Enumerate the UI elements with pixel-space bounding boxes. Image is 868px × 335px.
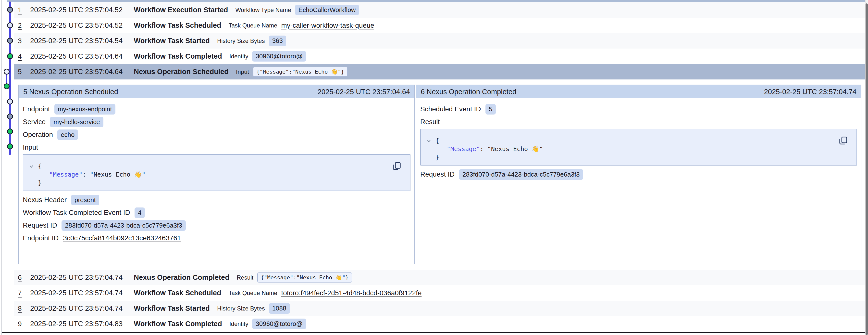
field-value-badge: 5	[486, 104, 496, 114]
field-endpoint: Endpoint my-nexus-endpoint	[23, 104, 410, 114]
detail-panel-title: 5 Nexus Operation Scheduled	[23, 88, 118, 96]
event-name: Nexus Operation Completed	[134, 274, 229, 282]
event-name: Workflow Task Started	[134, 304, 210, 312]
event-detail-label: Input	[236, 68, 249, 75]
field-value-badge: my-nexus-endpoint	[54, 104, 116, 114]
event-detail-panel-scheduled: 5 Nexus Operation Scheduled 2025-02-25 U…	[19, 85, 415, 264]
json-line: "Message": "Nexus Echo 👋"	[435, 145, 857, 153]
event-id-link[interactable]: 1	[18, 2, 22, 18]
event-timestamp: 2025-02-25 UTC 23:57:04.74	[30, 270, 123, 285]
panel-left-border	[1, 0, 2, 335]
event-row-2[interactable]: 2 2025-02-25 UTC 23:57:04.52 Workflow Ta…	[14, 18, 865, 33]
event-id-link[interactable]: 4	[18, 49, 22, 64]
event-name: Workflow Task Completed	[134, 320, 222, 328]
event-row-9[interactable]: 9 2025-02-25 UTC 23:57:04.83 Workflow Ta…	[14, 316, 865, 332]
event-id-link[interactable]: 2	[18, 18, 22, 33]
event-name: Workflow Task Scheduled	[134, 21, 221, 29]
field-label: Service	[23, 118, 45, 126]
field-value-badge: 4	[134, 207, 145, 218]
timeline-node-5	[4, 69, 9, 75]
event-detail-label: Task Queue Name	[229, 290, 277, 297]
event-detail-label: Result	[237, 274, 253, 281]
event-detail-label: History Size Bytes	[217, 37, 265, 45]
event-detail-panel-completed: 6 Nexus Operation Completed 2025-02-25 U…	[416, 85, 861, 264]
result-json-viewer: { "Message": "Nexus Echo 👋" }	[420, 129, 857, 166]
detail-panel-timestamp: 2025-02-25 UTC 23:57:04.74	[764, 88, 857, 96]
timeline-node-8	[7, 114, 13, 119]
collapse-caret-icon[interactable]	[29, 164, 34, 169]
event-row-3[interactable]: 3 2025-02-25 UTC 23:57:04.54 Workflow Ta…	[14, 33, 865, 49]
field-wtc-event-id: Workflow Task Completed Event ID 4	[23, 208, 410, 218]
collapse-caret-icon[interactable]	[426, 138, 432, 143]
event-timestamp: 2025-02-25 UTC 23:57:04.52	[30, 18, 123, 33]
event-detail-label: Identity	[229, 320, 248, 327]
field-label: Operation	[23, 131, 53, 139]
detail-panel-header[interactable]: 6 Nexus Operation Completed 2025-02-25 U…	[416, 85, 861, 99]
event-row-5-selected[interactable]: 5 2025-02-25 UTC 23:57:04.64 Nexus Opera…	[14, 64, 865, 80]
field-value-badge: my-hello-service	[50, 117, 103, 127]
event-detail-value: 30960@totoro@	[252, 318, 306, 329]
field-request-id: Request ID 283fd070-d57a-4423-bdca-c5c77…	[420, 169, 857, 179]
event-row-4[interactable]: 4 2025-02-25 UTC 23:57:04.64 Workflow Ta…	[14, 49, 865, 64]
event-row-8[interactable]: 8 2025-02-25 UTC 23:57:04.74 Workflow Ta…	[14, 301, 865, 316]
event-row-6[interactable]: 6 2025-02-25 UTC 23:57:04.74 Nexus Opera…	[14, 270, 865, 285]
event-detail-label: Identity	[229, 53, 248, 60]
field-request-id: Request ID 283fd070-d57a-4423-bdca-c5c77…	[23, 221, 410, 230]
event-timestamp: 2025-02-25 UTC 23:57:04.64	[30, 64, 123, 80]
timeline-node-2	[7, 22, 13, 28]
task-queue-link[interactable]: totoro:f494fecf-2d51-4d48-bdcd-036a0f912…	[281, 289, 422, 297]
event-name: Workflow Task Completed	[134, 52, 222, 60]
field-label: Nexus Header	[23, 196, 67, 204]
event-timestamp: 2025-02-25 UTC 23:57:04.64	[30, 49, 123, 64]
event-detail-label: History Size Bytes	[217, 305, 265, 312]
field-scheduled-event-id: Scheduled Event ID 5	[420, 104, 857, 114]
event-detail-value: 1088	[269, 303, 290, 314]
scrollbar-thumb[interactable]	[866, 3, 868, 335]
field-label: Workflow Task Completed Event ID	[23, 209, 130, 217]
detail-panel-header[interactable]: 5 Nexus Operation Scheduled 2025-02-25 U…	[19, 85, 414, 99]
timeline-node-4	[7, 53, 13, 59]
field-service: Service my-hello-service	[23, 117, 410, 127]
event-timestamp: 2025-02-25 UTC 23:57:04.74	[30, 301, 123, 316]
event-id-link[interactable]: 9	[18, 316, 22, 332]
event-id-link[interactable]: 8	[18, 301, 22, 316]
field-label: Request ID	[420, 170, 455, 178]
table-top-edge	[7, 0, 865, 2]
copy-button[interactable]	[392, 161, 402, 171]
event-name: Workflow Execution Started	[134, 6, 228, 14]
timeline-node-3	[7, 38, 13, 44]
field-operation: Operation echo	[23, 130, 410, 140]
event-detail-value: EchoCallerWorkflow	[295, 5, 359, 15]
field-label: Request ID	[23, 221, 57, 229]
event-id-link[interactable]: 7	[18, 285, 22, 301]
event-detail-value: {"Message":"Nexus Echo 👋"}	[253, 67, 348, 77]
event-name: Nexus Operation Scheduled	[134, 68, 229, 76]
event-detail-label: Workflow Type Name	[236, 7, 291, 13]
event-detail-value: {"Message":"Nexus Echo 👋"}	[257, 273, 352, 282]
workflow-history-view: 1 2025-02-25 UTC 23:57:04.52 Workflow Ex…	[0, 0, 868, 335]
timeline-node-10	[7, 143, 13, 149]
event-id-link[interactable]: 6	[18, 270, 22, 285]
event-row-7[interactable]: 7 2025-02-25 UTC 23:57:04.74 Workflow Ta…	[14, 285, 865, 301]
event-detail-value: 363	[269, 35, 286, 46]
field-label: Scheduled Event ID	[420, 105, 481, 113]
field-endpoint-id: Endpoint ID 3c0c75ccfa8144b092c13ce63246…	[23, 233, 410, 243]
input-section-label: Input	[23, 142, 410, 152]
event-detail-value: 30960@totoro@	[252, 51, 306, 61]
event-id-link[interactable]: 3	[18, 33, 22, 49]
timeline-node-9	[7, 129, 13, 134]
event-id-link[interactable]: 5	[18, 64, 22, 80]
event-timestamp: 2025-02-25 UTC 23:57:04.54	[30, 33, 123, 49]
event-timestamp: 2025-02-25 UTC 23:57:04.52	[30, 2, 123, 18]
event-row-1[interactable]: 1 2025-02-25 UTC 23:57:04.52 Workflow Ex…	[14, 2, 865, 18]
endpoint-id-link[interactable]: 3c0c75ccfa8144b092c13ce632463761	[63, 234, 181, 242]
task-queue-link[interactable]: my-caller-workflow-task-queue	[281, 22, 374, 29]
input-json-viewer: { "Message": "Nexus Echo 👋" }	[23, 154, 410, 191]
copy-button[interactable]	[838, 136, 848, 145]
field-value-badge: present	[71, 195, 99, 205]
timeline-node-6	[4, 83, 9, 89]
json-close-brace: }	[435, 153, 857, 162]
table-bottom-edge	[2, 332, 865, 333]
field-label: Endpoint ID	[23, 234, 59, 242]
field-value-badge: 283fd070-d57a-4423-bdca-c5c779e6a3f3	[459, 169, 583, 180]
